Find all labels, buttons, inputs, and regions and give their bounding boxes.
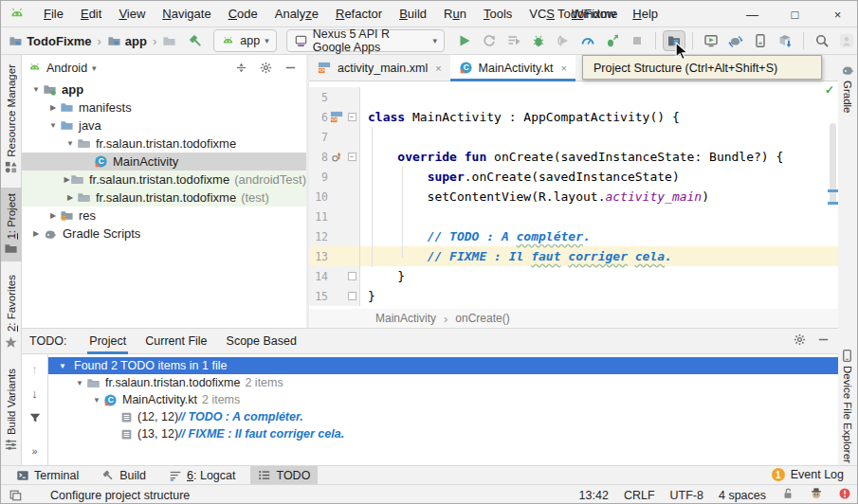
gutter-override-icon[interactable] <box>328 151 345 164</box>
collapse-arrow-icon[interactable]: ▼ <box>56 362 69 370</box>
tree-item-fr-salaun-tristan-todofixme[interactable]: ▼fr.salaun.tristan.todofixme2 items <box>48 374 838 391</box>
hide-button[interactable] <box>280 61 301 75</box>
todo-tab-scope-based[interactable]: Scope Based <box>217 329 306 354</box>
menu-navigate[interactable]: Navigate <box>154 7 219 21</box>
menu-code[interactable]: Code <box>220 7 266 21</box>
file-encoding[interactable]: UTF-8 <box>670 489 703 502</box>
sdk-manager-button[interactable] <box>774 30 796 51</box>
menu-run[interactable]: Run <box>435 7 475 21</box>
tree-item-found-2-todo-items-in-1-file[interactable]: ▼Found 2 TODO items in 1 file <box>48 357 838 374</box>
tree-item-gradle-scripts[interactable]: ▶Gradle Scripts <box>22 225 306 243</box>
stop-button[interactable] <box>626 30 648 51</box>
collapse-arrow-icon[interactable]: ▼ <box>90 396 103 405</box>
breadcrumb-project[interactable]: TodoFixme <box>27 34 91 48</box>
hide-button[interactable] <box>816 333 831 350</box>
menu-build[interactable]: Build <box>391 7 435 21</box>
collapse-all-button[interactable] <box>230 61 251 75</box>
code-line-9[interactable]: 9 super.onCreate(savedInstanceState) <box>309 167 838 187</box>
indent-style[interactable]: 4 spaces <box>719 489 766 502</box>
todo-stripe-mark[interactable] <box>828 189 838 192</box>
fold-marker[interactable]: − <box>348 113 356 121</box>
menu-analyze[interactable]: Analyze <box>266 7 327 21</box>
expand-arrow-icon[interactable]: ▶ <box>46 103 60 112</box>
fold-marker[interactable]: − <box>348 153 356 161</box>
code-editor[interactable]: 56<>−class MainActivity : AppCompatActiv… <box>309 81 838 309</box>
stripe-button-gradle[interactable]: Gradle <box>837 57 858 119</box>
lock-button[interactable] <box>781 487 794 503</box>
fold-marker[interactable] <box>348 292 356 300</box>
expand-arrow-icon[interactable]: ▶ <box>29 229 43 238</box>
gutter-layout-file-icon[interactable]: <> <box>328 110 345 124</box>
code-line-14[interactable]: 14 } <box>309 266 838 286</box>
attach-debugger-button[interactable] <box>601 30 624 51</box>
tree-item-fr-salaun-tristan-todofixme[interactable]: ▶fr.salaun.tristan.todofixme(androidTest… <box>22 171 306 189</box>
menu-view[interactable]: View <box>110 7 154 21</box>
tree-item-fr-salaun-tristan-todofixme[interactable]: ▼fr.salaun.tristan.todofixme <box>22 135 306 153</box>
maximize-button[interactable]: □ <box>774 1 816 27</box>
code-line-8[interactable]: 8− override fun onCreate(savedInstanceSt… <box>309 147 838 167</box>
arrow-up-button[interactable]: ↑ <box>31 362 38 376</box>
apply-code-changes-button[interactable] <box>502 30 525 51</box>
tool-window-button-terminal[interactable]: Terminal <box>9 466 86 485</box>
tree-item-12-12[interactable]: (12, 12) // TODO : A compléter. <box>48 408 838 425</box>
breadcrumb-module[interactable]: app <box>125 34 147 48</box>
more-button[interactable]: » <box>31 445 37 457</box>
stripe-button-resource-manager[interactable]: Resource Manager <box>1 59 22 180</box>
run-config-select[interactable]: app ▾ <box>213 29 276 52</box>
close-icon[interactable]: × <box>561 63 567 74</box>
sync-gradle-button[interactable] <box>724 30 747 51</box>
stripe-button-device-file-explorer[interactable]: Device File Explorer <box>837 343 858 469</box>
breadcrumb-class[interactable]: MainActivity <box>375 312 436 325</box>
caret-position[interactable]: 13:42 <box>579 489 609 502</box>
tree-item-app[interactable]: ▼app <box>22 81 306 99</box>
settings-button[interactable] <box>255 61 276 75</box>
todo-stripe-mark[interactable] <box>828 202 838 205</box>
close-icon[interactable]: × <box>435 63 441 74</box>
device-manager-button[interactable] <box>749 30 772 51</box>
editor-scrollbar[interactable] <box>830 123 836 205</box>
code-line-10[interactable]: 10 setContentView(R.layout.activity_main… <box>309 187 838 207</box>
menu-help[interactable]: Help <box>624 7 666 21</box>
expand-arrow-icon[interactable]: ▶ <box>64 193 77 202</box>
tree-item-java[interactable]: ▼java <box>22 117 306 135</box>
editor-tab-mainactivity-kt[interactable]: CMainActivity.kt× <box>450 55 575 81</box>
code-line-11[interactable]: 11 <box>309 207 838 226</box>
menu-refactor[interactable]: Refactor <box>327 7 391 21</box>
code-line-7[interactable]: 7 <box>309 127 838 147</box>
error-button[interactable] <box>838 487 851 503</box>
code-line-15[interactable]: 15} <box>309 286 838 306</box>
tree-item-manifests[interactable]: ▶manifests <box>22 99 306 117</box>
stripe-button-2-favorites[interactable]: 2: Favorites <box>1 269 22 354</box>
event-log-button[interactable]: 1 Event Log <box>772 465 844 484</box>
project-view-selector[interactable]: Android <box>46 62 87 75</box>
stripe-button-1-project[interactable]: 1: Project <box>1 188 22 262</box>
detective-button[interactable] <box>810 487 823 503</box>
search-everywhere-button[interactable] <box>811 30 833 51</box>
expand-arrow-icon[interactable]: ▶ <box>64 175 70 184</box>
tree-item-fr-salaun-tristan-todofixme[interactable]: ▶fr.salaun.tristan.todofixme(test) <box>22 189 306 207</box>
inspections-ok-icon[interactable]: ✓ <box>825 83 834 97</box>
tool-window-button-build[interactable]: Build <box>94 466 154 485</box>
fold-marker[interactable] <box>348 272 356 280</box>
minimize-button[interactable]: — <box>731 1 774 27</box>
tree-item-13-12[interactable]: (13, 12) // FIXME : Il faut corriger cel… <box>48 425 838 442</box>
menu-file[interactable]: File <box>35 7 72 21</box>
tree-item-res[interactable]: ▶res <box>22 207 306 225</box>
collapse-arrow-icon[interactable]: ▼ <box>46 121 60 130</box>
arrow-down-button[interactable]: ↓ <box>31 387 38 401</box>
avd-manager-button[interactable] <box>700 30 722 51</box>
collapse-arrow-icon[interactable]: ▼ <box>29 85 43 94</box>
code-line-6[interactable]: 6<>−class MainActivity : AppCompatActivi… <box>309 107 838 127</box>
profiler-button[interactable] <box>576 30 599 51</box>
user-avatar-button[interactable] <box>835 30 858 51</box>
line-separator[interactable]: CRLF <box>624 489 655 502</box>
editor-tab-activity-main-xml[interactable]: <>activity_main.xml× <box>309 55 450 81</box>
todo-tab-project[interactable]: Project <box>80 329 136 354</box>
device-select[interactable]: Nexus 5 API R Google Apps ▾ <box>286 29 445 52</box>
settings-button[interactable] <box>793 333 807 350</box>
hammer-icon[interactable] <box>188 33 204 49</box>
stripe-button-build-variants[interactable]: Build Variants <box>1 363 22 458</box>
tool-window-button-6-logcat[interactable]: 6: Logcat <box>161 466 243 485</box>
code-line-13[interactable]: 13 // FIXME : Il faut corriger cela. <box>309 246 838 266</box>
debug-button[interactable] <box>527 30 550 51</box>
